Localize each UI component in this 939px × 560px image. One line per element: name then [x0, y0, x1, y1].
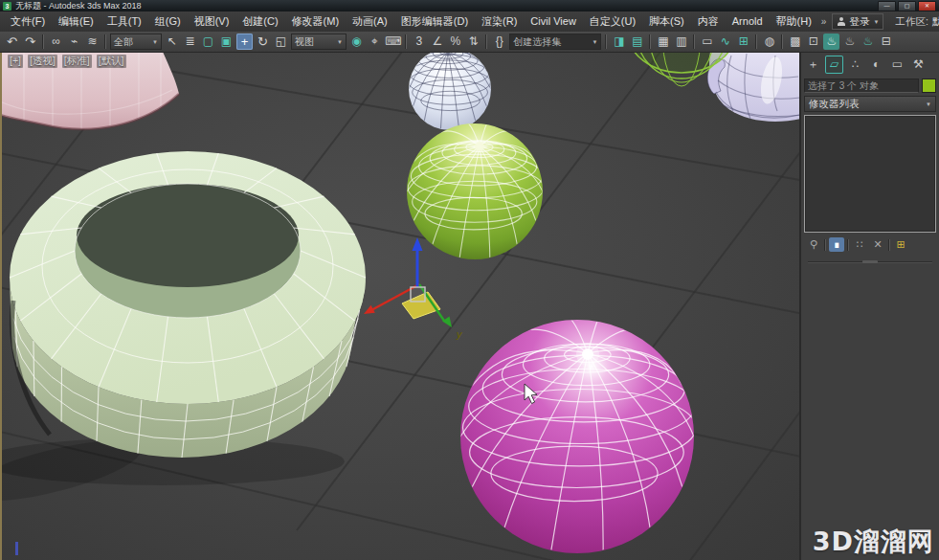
tab-create[interactable]: ＋: [804, 56, 822, 74]
menu-item-create[interactable]: 创建(C): [235, 11, 284, 32]
align-icon[interactable]: ▤: [629, 34, 645, 50]
modifier-list-dropdown[interactable]: 修改器列表 ▼: [804, 96, 936, 112]
menu-item-modifiers[interactable]: 修改器(M): [285, 11, 347, 32]
workspace-dropdown[interactable]: 默认 ▼: [928, 14, 939, 29]
use-pivot-center-icon[interactable]: ◉: [348, 34, 365, 50]
menu-item-content[interactable]: 内容: [691, 11, 726, 32]
render-production-icon[interactable]: ♨: [823, 34, 839, 50]
title-bar: 3 无标题 - Autodesk 3ds Max 2018 — ▢ ✕: [0, 0, 939, 11]
menu-item-views[interactable]: 视图(V): [188, 11, 236, 32]
viewport-pov-label[interactable]: [透视]: [28, 55, 57, 68]
menu-item-rendering[interactable]: 渲染(R): [475, 11, 524, 32]
caret-down-icon: ▼: [337, 39, 343, 45]
mirror-icon[interactable]: ◨: [611, 34, 627, 50]
select-and-move-icon[interactable]: +: [236, 34, 253, 50]
show-end-result-button[interactable]: ∎: [829, 237, 844, 252]
viewport-shading-label[interactable]: [默认]: [97, 55, 126, 68]
close-button[interactable]: ✕: [918, 1, 936, 11]
percent-snap-icon[interactable]: %: [447, 34, 463, 50]
sphere-magenta-object[interactable]: [460, 313, 696, 553]
schematic-view-icon[interactable]: ⊞: [735, 34, 751, 50]
toolbar-separator: [781, 34, 783, 49]
menu-item-graph-editors[interactable]: 图形编辑器(D): [394, 11, 475, 32]
menu-overflow-chevron[interactable]: »: [818, 16, 830, 27]
curve-editor-icon[interactable]: ∿: [717, 34, 733, 50]
material-editor-icon[interactable]: ◍: [761, 34, 777, 50]
snap-toggle-3d-icon[interactable]: 3: [411, 34, 427, 50]
tab-modify[interactable]: ▱: [825, 56, 843, 74]
angle-snap-icon[interactable]: ∠: [429, 34, 445, 50]
gizmo-center-handle[interactable]: [411, 287, 425, 302]
minimize-button[interactable]: —: [878, 1, 896, 11]
menu-item-customize[interactable]: 自定义(U): [583, 11, 642, 32]
render-setup-icon[interactable]: ▩: [787, 34, 803, 50]
select-object-icon[interactable]: ↖: [164, 34, 180, 50]
caret-down-icon: ▼: [873, 19, 879, 25]
rollout-divider[interactable]: [808, 261, 932, 263]
make-unique-button[interactable]: ∷: [852, 237, 867, 252]
object-color-swatch[interactable]: [922, 78, 936, 93]
keyboard-shortcut-override-icon[interactable]: ⌨: [385, 34, 401, 50]
reference-coordinate-dropdown[interactable]: 视图 ▼: [291, 34, 347, 50]
redo-icon[interactable]: ↷: [22, 34, 38, 50]
perspective-viewport[interactable]: y [+] [透视] [标准] [默认]: [0, 52, 803, 560]
watermark: 3D溜溜网: [813, 525, 934, 559]
tab-hierarchy[interactable]: ∴: [846, 56, 864, 74]
selection-filter-dropdown[interactable]: 全部 ▼: [110, 34, 162, 50]
tab-motion[interactable]: ◐: [867, 56, 885, 74]
menu-item-animation[interactable]: 动画(A): [346, 11, 394, 32]
login-dropdown[interactable]: 登录 ▼: [832, 13, 883, 30]
undo-icon[interactable]: ↶: [4, 34, 20, 50]
rectangular-selection-region-icon[interactable]: ▢: [200, 34, 216, 50]
edit-named-selection-sets-icon[interactable]: {}: [491, 34, 507, 50]
spinner-snap-icon[interactable]: ⇅: [465, 34, 481, 50]
menu-item-tools[interactable]: 工具(T): [101, 11, 148, 32]
menu-item-group[interactable]: 组(G): [148, 11, 188, 32]
sphere-white-object[interactable]: [409, 52, 491, 130]
window-title: 无标题 - Autodesk 3ds Max 2018: [15, 0, 142, 12]
layer-explorer-icon[interactable]: ▥: [673, 34, 689, 50]
modifier-stack-list[interactable]: [804, 115, 936, 233]
named-selection-sets-dropdown[interactable]: 创建选择集 ▼: [509, 34, 601, 50]
render-grid-icon[interactable]: ⊟: [878, 34, 894, 50]
menu-item-civil-view[interactable]: Civil View: [524, 11, 582, 32]
teapot-object[interactable]: [707, 52, 801, 122]
viewport-general-menu[interactable]: [+]: [8, 55, 23, 68]
menu-item-arnold[interactable]: Arnold: [726, 11, 770, 32]
remove-modifier-button[interactable]: ✕: [870, 237, 885, 252]
render-iterative-icon[interactable]: ♨: [841, 34, 858, 50]
menu-item-help[interactable]: 帮助(H): [770, 11, 818, 32]
rendered-frame-window-icon[interactable]: ⊡: [805, 34, 821, 50]
select-and-rotate-icon[interactable]: ↻: [255, 34, 271, 50]
toolbar-separator: [42, 34, 44, 49]
select-link-icon[interactable]: ∞: [48, 34, 64, 50]
configure-modifier-sets-button[interactable]: ⊞: [893, 237, 908, 252]
menu-item-file[interactable]: 文件(F): [4, 11, 52, 32]
activeshade-icon[interactable]: ♨: [860, 34, 876, 50]
toolbar-separator: [693, 34, 695, 49]
menu-item-scripting[interactable]: 脚本(S): [642, 11, 691, 32]
viewport-standard-label[interactable]: [标准]: [62, 55, 92, 68]
maximize-button[interactable]: ▢: [898, 1, 916, 11]
tube-object[interactable]: [0, 151, 366, 513]
ribbon-toggle-icon[interactable]: ▭: [699, 34, 715, 50]
select-by-name-icon[interactable]: ≣: [182, 34, 198, 50]
select-and-scale-icon[interactable]: ◱: [273, 34, 289, 50]
select-and-manipulate-icon[interactable]: ⌖: [367, 34, 383, 50]
scene-explorer-icon[interactable]: ▦: [655, 34, 671, 50]
object-name-field[interactable]: 选择了 3 个 对象: [804, 78, 919, 93]
tab-display[interactable]: ▭: [888, 56, 906, 74]
toolbar-separator: [405, 34, 407, 49]
axis-y-label: y: [456, 328, 463, 340]
workspace-label: 工作区:: [895, 15, 928, 29]
menu-item-edit[interactable]: 编辑(E): [52, 11, 101, 32]
bind-to-spacewarp-icon[interactable]: ≋: [84, 34, 101, 50]
unlink-selection-icon[interactable]: ⌁: [66, 34, 82, 50]
command-panel-tabs: ＋ ▱ ∴ ◐ ▭ ⚒: [801, 52, 939, 77]
tab-utilities[interactable]: ⚒: [909, 56, 928, 74]
toolbar-separator: [485, 34, 487, 49]
window-crossing-icon[interactable]: ▣: [218, 34, 235, 50]
toolbar-separator: [104, 34, 106, 49]
pin-stack-button[interactable]: ⚲: [806, 237, 821, 252]
sphere-green-object[interactable]: [407, 121, 544, 259]
